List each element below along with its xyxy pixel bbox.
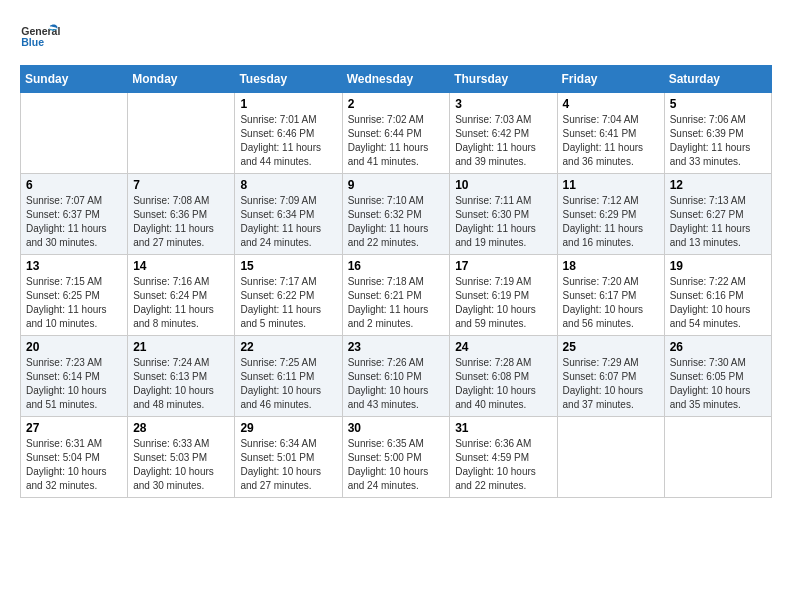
- svg-text:Blue: Blue: [21, 36, 44, 48]
- day-info: Sunrise: 6:33 AM Sunset: 5:03 PM Dayligh…: [133, 437, 229, 493]
- day-number: 12: [670, 178, 766, 192]
- day-info: Sunrise: 7:28 AM Sunset: 6:08 PM Dayligh…: [455, 356, 551, 412]
- day-info: Sunrise: 6:35 AM Sunset: 5:00 PM Dayligh…: [348, 437, 445, 493]
- day-number: 19: [670, 259, 766, 273]
- day-number: 11: [563, 178, 659, 192]
- day-info: Sunrise: 6:36 AM Sunset: 4:59 PM Dayligh…: [455, 437, 551, 493]
- calendar-cell: 24Sunrise: 7:28 AM Sunset: 6:08 PM Dayli…: [450, 336, 557, 417]
- day-number: 8: [240, 178, 336, 192]
- calendar-cell: 22Sunrise: 7:25 AM Sunset: 6:11 PM Dayli…: [235, 336, 342, 417]
- page-header: General Blue: [20, 20, 772, 50]
- day-info: Sunrise: 7:25 AM Sunset: 6:11 PM Dayligh…: [240, 356, 336, 412]
- day-info: Sunrise: 7:24 AM Sunset: 6:13 PM Dayligh…: [133, 356, 229, 412]
- day-info: Sunrise: 7:19 AM Sunset: 6:19 PM Dayligh…: [455, 275, 551, 331]
- day-info: Sunrise: 7:13 AM Sunset: 6:27 PM Dayligh…: [670, 194, 766, 250]
- day-number: 4: [563, 97, 659, 111]
- day-number: 7: [133, 178, 229, 192]
- calendar-cell: 3Sunrise: 7:03 AM Sunset: 6:42 PM Daylig…: [450, 93, 557, 174]
- day-number: 9: [348, 178, 445, 192]
- calendar-cell: 10Sunrise: 7:11 AM Sunset: 6:30 PM Dayli…: [450, 174, 557, 255]
- day-number: 15: [240, 259, 336, 273]
- calendar-cell: [21, 93, 128, 174]
- day-number: 5: [670, 97, 766, 111]
- day-number: 22: [240, 340, 336, 354]
- day-number: 13: [26, 259, 122, 273]
- day-number: 31: [455, 421, 551, 435]
- calendar-header-row: SundayMondayTuesdayWednesdayThursdayFrid…: [21, 66, 772, 93]
- day-of-week-header: Saturday: [664, 66, 771, 93]
- day-info: Sunrise: 7:11 AM Sunset: 6:30 PM Dayligh…: [455, 194, 551, 250]
- calendar-cell: 29Sunrise: 6:34 AM Sunset: 5:01 PM Dayli…: [235, 417, 342, 498]
- logo: General Blue: [20, 20, 60, 50]
- calendar-cell: 7Sunrise: 7:08 AM Sunset: 6:36 PM Daylig…: [128, 174, 235, 255]
- day-of-week-header: Wednesday: [342, 66, 450, 93]
- calendar-cell: 16Sunrise: 7:18 AM Sunset: 6:21 PM Dayli…: [342, 255, 450, 336]
- calendar-cell: 21Sunrise: 7:24 AM Sunset: 6:13 PM Dayli…: [128, 336, 235, 417]
- day-number: 25: [563, 340, 659, 354]
- day-number: 6: [26, 178, 122, 192]
- calendar-cell: 17Sunrise: 7:19 AM Sunset: 6:19 PM Dayli…: [450, 255, 557, 336]
- day-info: Sunrise: 7:15 AM Sunset: 6:25 PM Dayligh…: [26, 275, 122, 331]
- day-of-week-header: Thursday: [450, 66, 557, 93]
- calendar-cell: 5Sunrise: 7:06 AM Sunset: 6:39 PM Daylig…: [664, 93, 771, 174]
- day-info: Sunrise: 7:12 AM Sunset: 6:29 PM Dayligh…: [563, 194, 659, 250]
- day-number: 26: [670, 340, 766, 354]
- day-number: 17: [455, 259, 551, 273]
- day-info: Sunrise: 7:06 AM Sunset: 6:39 PM Dayligh…: [670, 113, 766, 169]
- calendar-table: SundayMondayTuesdayWednesdayThursdayFrid…: [20, 65, 772, 498]
- day-of-week-header: Tuesday: [235, 66, 342, 93]
- calendar-week-row: 27Sunrise: 6:31 AM Sunset: 5:04 PM Dayli…: [21, 417, 772, 498]
- day-number: 3: [455, 97, 551, 111]
- calendar-cell: 6Sunrise: 7:07 AM Sunset: 6:37 PM Daylig…: [21, 174, 128, 255]
- day-number: 24: [455, 340, 551, 354]
- calendar-cell: [557, 417, 664, 498]
- day-info: Sunrise: 7:26 AM Sunset: 6:10 PM Dayligh…: [348, 356, 445, 412]
- calendar-week-row: 1Sunrise: 7:01 AM Sunset: 6:46 PM Daylig…: [21, 93, 772, 174]
- calendar-cell: 18Sunrise: 7:20 AM Sunset: 6:17 PM Dayli…: [557, 255, 664, 336]
- calendar-cell: 20Sunrise: 7:23 AM Sunset: 6:14 PM Dayli…: [21, 336, 128, 417]
- day-number: 2: [348, 97, 445, 111]
- day-number: 23: [348, 340, 445, 354]
- day-info: Sunrise: 6:34 AM Sunset: 5:01 PM Dayligh…: [240, 437, 336, 493]
- calendar-cell: 19Sunrise: 7:22 AM Sunset: 6:16 PM Dayli…: [664, 255, 771, 336]
- day-info: Sunrise: 7:29 AM Sunset: 6:07 PM Dayligh…: [563, 356, 659, 412]
- day-number: 30: [348, 421, 445, 435]
- day-info: Sunrise: 7:18 AM Sunset: 6:21 PM Dayligh…: [348, 275, 445, 331]
- logo-icon: General Blue: [20, 20, 60, 50]
- calendar-cell: 15Sunrise: 7:17 AM Sunset: 6:22 PM Dayli…: [235, 255, 342, 336]
- calendar-cell: 30Sunrise: 6:35 AM Sunset: 5:00 PM Dayli…: [342, 417, 450, 498]
- day-number: 27: [26, 421, 122, 435]
- day-info: Sunrise: 7:09 AM Sunset: 6:34 PM Dayligh…: [240, 194, 336, 250]
- day-info: Sunrise: 7:17 AM Sunset: 6:22 PM Dayligh…: [240, 275, 336, 331]
- calendar-cell: [664, 417, 771, 498]
- calendar-cell: 9Sunrise: 7:10 AM Sunset: 6:32 PM Daylig…: [342, 174, 450, 255]
- calendar-cell: 26Sunrise: 7:30 AM Sunset: 6:05 PM Dayli…: [664, 336, 771, 417]
- day-number: 18: [563, 259, 659, 273]
- day-info: Sunrise: 6:31 AM Sunset: 5:04 PM Dayligh…: [26, 437, 122, 493]
- day-info: Sunrise: 7:20 AM Sunset: 6:17 PM Dayligh…: [563, 275, 659, 331]
- day-info: Sunrise: 7:03 AM Sunset: 6:42 PM Dayligh…: [455, 113, 551, 169]
- calendar-week-row: 6Sunrise: 7:07 AM Sunset: 6:37 PM Daylig…: [21, 174, 772, 255]
- day-info: Sunrise: 7:30 AM Sunset: 6:05 PM Dayligh…: [670, 356, 766, 412]
- calendar-cell: 8Sunrise: 7:09 AM Sunset: 6:34 PM Daylig…: [235, 174, 342, 255]
- calendar-week-row: 13Sunrise: 7:15 AM Sunset: 6:25 PM Dayli…: [21, 255, 772, 336]
- calendar-cell: 23Sunrise: 7:26 AM Sunset: 6:10 PM Dayli…: [342, 336, 450, 417]
- day-number: 10: [455, 178, 551, 192]
- day-number: 28: [133, 421, 229, 435]
- calendar-cell: 31Sunrise: 6:36 AM Sunset: 4:59 PM Dayli…: [450, 417, 557, 498]
- calendar-cell: 11Sunrise: 7:12 AM Sunset: 6:29 PM Dayli…: [557, 174, 664, 255]
- calendar-cell: 28Sunrise: 6:33 AM Sunset: 5:03 PM Dayli…: [128, 417, 235, 498]
- day-of-week-header: Friday: [557, 66, 664, 93]
- day-info: Sunrise: 7:23 AM Sunset: 6:14 PM Dayligh…: [26, 356, 122, 412]
- calendar-cell: 2Sunrise: 7:02 AM Sunset: 6:44 PM Daylig…: [342, 93, 450, 174]
- day-info: Sunrise: 7:02 AM Sunset: 6:44 PM Dayligh…: [348, 113, 445, 169]
- day-info: Sunrise: 7:10 AM Sunset: 6:32 PM Dayligh…: [348, 194, 445, 250]
- day-number: 14: [133, 259, 229, 273]
- day-number: 29: [240, 421, 336, 435]
- calendar-cell: [128, 93, 235, 174]
- calendar-cell: 14Sunrise: 7:16 AM Sunset: 6:24 PM Dayli…: [128, 255, 235, 336]
- calendar-cell: 13Sunrise: 7:15 AM Sunset: 6:25 PM Dayli…: [21, 255, 128, 336]
- day-number: 1: [240, 97, 336, 111]
- day-info: Sunrise: 7:16 AM Sunset: 6:24 PM Dayligh…: [133, 275, 229, 331]
- day-number: 20: [26, 340, 122, 354]
